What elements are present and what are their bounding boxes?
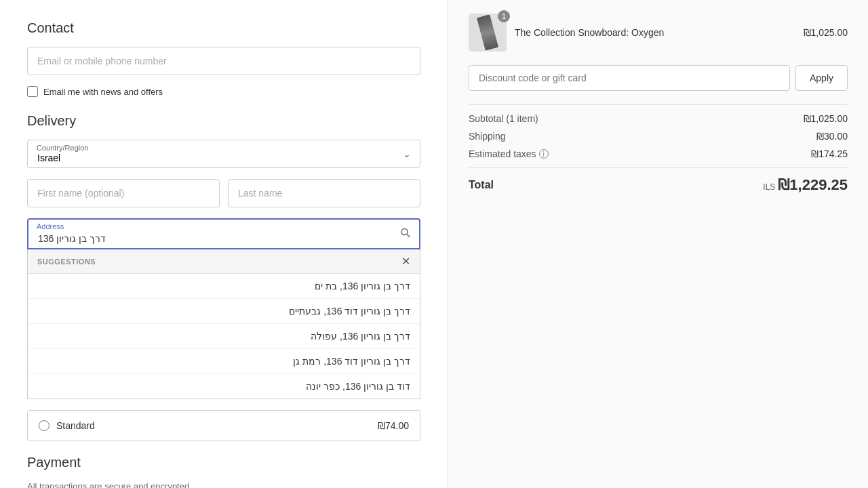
- email-opt-in-row: Email me with news and offers: [27, 86, 420, 97]
- shipping-summary-value: ₪30.00: [816, 131, 848, 142]
- shipping-radio-standard[interactable]: [39, 420, 50, 431]
- subtotal-value: ₪1,025.00: [804, 113, 848, 124]
- suggestions-close-button[interactable]: ✕: [401, 255, 410, 268]
- list-item[interactable]: דרך בן גוריון 136, עפולה: [28, 324, 420, 349]
- country-label: Country/Region: [37, 144, 88, 152]
- shipping-option-standard: Standard ₪74.00: [28, 411, 420, 441]
- list-item[interactable]: דרך בן גוריון דוד 136, גבעתיים: [28, 299, 420, 324]
- email-opt-in-label: Email me with news and offers: [43, 87, 163, 97]
- payment-title: Payment: [27, 455, 420, 470]
- taxes-value: ₪174.25: [811, 148, 848, 159]
- svg-line-1: [407, 235, 410, 237]
- suggestions-header-text: SUGGESTIONS: [37, 258, 96, 266]
- shipping-label: Standard: [56, 420, 95, 431]
- taxes-label: Estimated taxes i: [469, 148, 549, 159]
- apply-button[interactable]: Apply: [795, 65, 848, 91]
- discount-input[interactable]: [469, 65, 790, 91]
- product-quantity-badge: 1: [498, 10, 510, 22]
- address-label: Address: [37, 222, 64, 230]
- list-item[interactable]: דרך בן גוריון דוד 136, רמת גן: [28, 349, 420, 374]
- search-icon: [400, 228, 411, 241]
- total-amount: ₪1,229.25: [778, 176, 848, 194]
- shipping-left: Standard: [39, 420, 95, 431]
- total-currency: ILS: [763, 182, 775, 192]
- product-info: The Collection Snowboard: Oxygen: [515, 27, 795, 38]
- shipping-summary-label: Shipping: [469, 131, 506, 142]
- product-row: 1 The Collection Snowboard: Oxygen ₪1,02…: [469, 14, 848, 52]
- last-name-field[interactable]: [228, 179, 420, 207]
- product-name: The Collection Snowboard: Oxygen: [515, 27, 795, 38]
- right-panel: 1 The Collection Snowboard: Oxygen ₪1,02…: [448, 0, 868, 488]
- email-opt-in-checkbox[interactable]: [27, 86, 38, 97]
- list-item[interactable]: דרך בן גוריון 136, בת ים: [28, 274, 420, 299]
- delivery-title: Delivery: [27, 113, 420, 129]
- discount-row: Apply: [469, 65, 848, 91]
- address-wrapper: Address: [27, 218, 420, 249]
- contact-section: Contact: [27, 20, 420, 75]
- name-row: [27, 179, 420, 207]
- shipping-price: ₪74.00: [378, 420, 409, 431]
- subtotal-row: Subtotal (1 item) ₪1,025.00: [469, 113, 848, 124]
- suggestions-header: SUGGESTIONS ✕: [28, 249, 420, 274]
- address-field[interactable]: [27, 218, 420, 249]
- subtotal-label: Subtotal (1 item): [469, 113, 538, 124]
- total-label: Total: [469, 179, 494, 191]
- first-name-field[interactable]: [27, 179, 220, 207]
- product-image: 1: [469, 14, 507, 52]
- taxes-row: Estimated taxes i ₪174.25: [469, 148, 848, 159]
- delivery-section: Delivery Country/Region Israel ⌄ Address: [27, 113, 420, 441]
- shipping-section: Standard ₪74.00: [27, 410, 420, 441]
- payment-section: Payment All transactions are secure and …: [27, 455, 420, 488]
- left-panel: Contact Email me with news and offers De…: [0, 0, 448, 488]
- suggestions-dropdown: SUGGESTIONS ✕ דרך בן גוריון 136, בת ים ד…: [27, 249, 420, 399]
- email-field[interactable]: [27, 47, 420, 75]
- list-item[interactable]: דוד בן גוריון 136, כפר יונה: [28, 374, 420, 399]
- total-divider: [469, 167, 848, 168]
- contact-title: Contact: [27, 20, 420, 36]
- product-price: ₪1,025.00: [804, 27, 848, 38]
- total-row: Total ILS ₪1,229.25: [469, 176, 848, 194]
- taxes-info-icon[interactable]: i: [539, 149, 549, 159]
- country-wrapper: Country/Region Israel ⌄: [27, 140, 420, 168]
- summary-divider: [469, 104, 848, 105]
- payment-subtitle: All transactions are secure and encrypte…: [27, 481, 420, 488]
- product-thumbnail: [477, 14, 498, 50]
- total-value-group: ILS ₪1,229.25: [763, 176, 848, 194]
- shipping-row: Shipping ₪30.00: [469, 131, 848, 142]
